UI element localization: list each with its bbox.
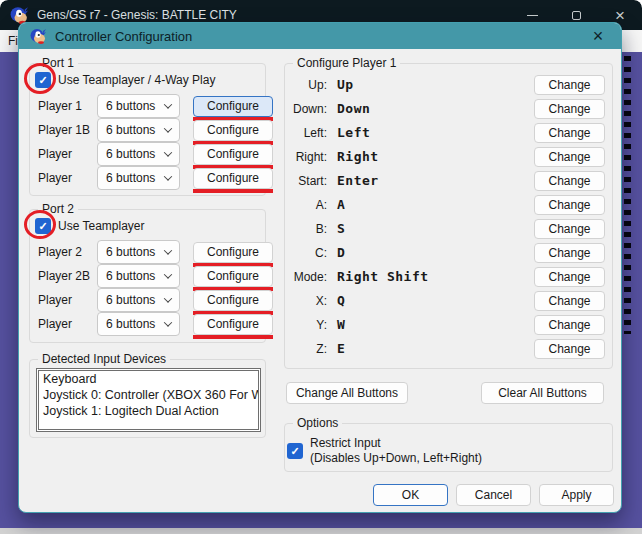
chevron-down-icon bbox=[164, 270, 172, 278]
change-button[interactable]: Change bbox=[534, 267, 605, 287]
pad-type-select[interactable]: 6 buttons bbox=[97, 118, 180, 142]
dialog-titlebar: Controller Configuration × bbox=[19, 23, 621, 49]
binding-row-mode: Mode: Right Shift Change bbox=[285, 266, 612, 288]
binding-row-a: A: A Change bbox=[285, 194, 612, 216]
restrict-input-row: Restrict Input (Disables Up+Down, Left+R… bbox=[287, 436, 482, 466]
change-button[interactable]: Change bbox=[534, 291, 605, 311]
binding-row-up: Up: Up Change bbox=[285, 74, 612, 96]
configure-button[interactable]: Configure bbox=[193, 96, 273, 117]
restrict-input-checkbox[interactable] bbox=[287, 443, 303, 459]
change-button[interactable]: Change bbox=[534, 243, 605, 263]
chevron-down-icon bbox=[164, 294, 172, 302]
devices-group: Detected Input Devices Keyboard Joystick… bbox=[29, 359, 266, 438]
pad-type-value: 6 buttons bbox=[106, 123, 155, 137]
port1-group-label: Port 1 bbox=[38, 56, 78, 70]
device-list-item[interactable]: Joystick 0: Controller (XBOX 360 For Win bbox=[43, 387, 254, 403]
port2-player-row: Player 6 buttons Configure bbox=[38, 312, 273, 336]
chevron-down-icon bbox=[164, 148, 172, 156]
binding-key-label: Y: bbox=[285, 318, 327, 332]
change-button[interactable]: Change bbox=[534, 339, 605, 359]
pad-type-select[interactable]: 6 buttons bbox=[97, 240, 180, 264]
player-label: Player bbox=[38, 147, 97, 161]
pad-type-select[interactable]: 6 buttons bbox=[97, 288, 180, 312]
sonic-dialog-icon bbox=[30, 28, 46, 44]
player-label: Player 1 bbox=[38, 99, 97, 113]
change-button[interactable]: Change bbox=[534, 75, 605, 95]
device-list-item[interactable]: Joystick 1: Logitech Dual Action bbox=[43, 403, 254, 419]
chevron-down-icon bbox=[164, 172, 172, 180]
port2-teamplayer-row: Use Teamplayer bbox=[35, 218, 144, 234]
pad-type-select[interactable]: 6 buttons bbox=[97, 94, 180, 118]
player-label: Player 2 bbox=[38, 245, 97, 259]
change-button[interactable]: Change bbox=[534, 219, 605, 239]
binding-row-right: Right: Right Change bbox=[285, 146, 612, 168]
pad-type-select[interactable]: 6 buttons bbox=[97, 312, 180, 336]
binding-key-label: Down: bbox=[285, 102, 327, 116]
player-label: Player bbox=[38, 293, 97, 307]
cancel-button[interactable]: Cancel bbox=[456, 484, 531, 506]
binding-key-label: C: bbox=[285, 246, 327, 260]
devices-listbox[interactable]: Keyboard Joystick 0: Controller (XBOX 36… bbox=[36, 368, 261, 432]
change-button[interactable]: Change bbox=[534, 171, 605, 191]
dialog-close-icon[interactable]: × bbox=[587, 25, 609, 47]
chevron-down-icon bbox=[164, 246, 172, 254]
binding-row-z: Z: E Change bbox=[285, 338, 612, 360]
device-list-item[interactable]: Keyboard bbox=[43, 371, 254, 387]
configure-player-group: Configure Player 1 Up: Up Change Down: D… bbox=[284, 63, 613, 369]
binding-key-value: E bbox=[337, 341, 345, 356]
player-label: Player 2B bbox=[38, 269, 97, 283]
port2-teamplayer-label: Use Teamplayer bbox=[58, 219, 144, 233]
configure-button[interactable]: Configure bbox=[193, 120, 273, 141]
port2-player-row: Player 6 buttons Configure bbox=[38, 288, 273, 312]
binding-key-label: Mode: bbox=[285, 270, 327, 284]
configure-button[interactable]: Configure bbox=[193, 168, 273, 189]
binding-key-value: Down bbox=[337, 101, 370, 116]
pad-type-select[interactable]: 6 buttons bbox=[97, 142, 180, 166]
change-all-buttons-button[interactable]: Change All Buttons bbox=[286, 382, 408, 404]
pad-type-value: 6 buttons bbox=[106, 245, 155, 259]
change-button[interactable]: Change bbox=[534, 147, 605, 167]
chevron-down-icon bbox=[164, 100, 172, 108]
clear-all-buttons-button[interactable]: Clear All Buttons bbox=[481, 382, 604, 404]
port1-teamplayer-checkbox[interactable] bbox=[35, 72, 51, 88]
pad-type-select[interactable]: 6 buttons bbox=[97, 166, 180, 190]
binding-key-label: Z: bbox=[285, 342, 327, 356]
player-label: Player bbox=[38, 317, 97, 331]
binding-key-value: Right bbox=[337, 149, 379, 164]
ok-button[interactable]: OK bbox=[373, 484, 448, 506]
configure-button[interactable]: Configure bbox=[193, 242, 273, 263]
change-button[interactable]: Change bbox=[534, 195, 605, 215]
restrict-input-note: (Disables Up+Down, Left+Right) bbox=[310, 451, 482, 466]
pad-type-select[interactable]: 6 buttons bbox=[97, 264, 180, 288]
port2-player-row: Player 2B 6 buttons Configure bbox=[38, 264, 273, 288]
dialog-title: Controller Configuration bbox=[55, 29, 192, 44]
apply-button[interactable]: Apply bbox=[539, 484, 614, 506]
change-button[interactable]: Change bbox=[534, 99, 605, 119]
binding-key-value: W bbox=[337, 317, 345, 332]
binding-key-value: Q bbox=[337, 293, 345, 308]
binding-row-x: X: Q Change bbox=[285, 290, 612, 312]
change-button[interactable]: Change bbox=[534, 315, 605, 335]
binding-key-label: B: bbox=[285, 222, 327, 236]
configure-button[interactable]: Configure bbox=[193, 144, 273, 165]
pad-type-value: 6 buttons bbox=[106, 147, 155, 161]
change-button[interactable]: Change bbox=[534, 123, 605, 143]
game-graphics bbox=[624, 56, 631, 334]
player-label: Player bbox=[38, 171, 97, 185]
port2-group: Port 2 Use Teamplayer Player 2 6 buttons… bbox=[29, 209, 266, 343]
configure-button[interactable]: Configure bbox=[193, 314, 273, 335]
binding-key-value: Right Shift bbox=[337, 269, 429, 284]
binding-row-y: Y: W Change bbox=[285, 314, 612, 336]
binding-key-label: Start: bbox=[285, 174, 327, 188]
port2-teamplayer-checkbox[interactable] bbox=[35, 218, 51, 234]
binding-row-c: C: D Change bbox=[285, 242, 612, 264]
configure-button[interactable]: Configure bbox=[193, 266, 273, 287]
window-title: Gens/GS r7 - Genesis: BATTLE CITY bbox=[37, 8, 237, 22]
port1-teamplayer-row: Use Teamplayer / 4-Way Play bbox=[35, 72, 215, 88]
configure-button[interactable]: Configure bbox=[193, 290, 273, 311]
binding-key-value: D bbox=[337, 245, 345, 260]
binding-row-b: B: S Change bbox=[285, 218, 612, 240]
port2-group-label: Port 2 bbox=[38, 202, 78, 216]
binding-key-value: Enter bbox=[337, 173, 379, 188]
binding-row-start: Start: Enter Change bbox=[285, 170, 612, 192]
